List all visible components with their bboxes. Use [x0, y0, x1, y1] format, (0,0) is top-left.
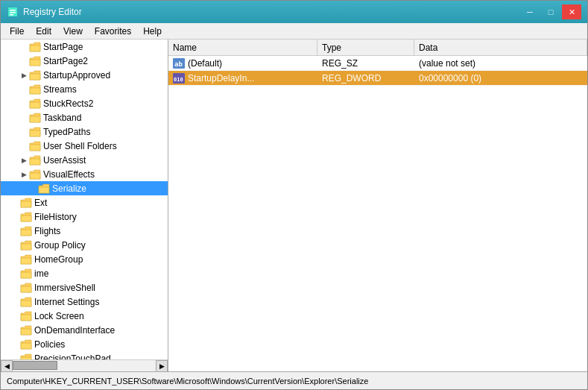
- tree-item-immersiveshell[interactable]: ▶ ImmersiveShell: [1, 280, 168, 295]
- tree-item-startpage[interactable]: ▶ StartPage: [1, 40, 168, 54]
- folder-icon-streams: [29, 84, 41, 95]
- hscroll-thumb[interactable]: [13, 361, 57, 370]
- tree-label-immersiveshell: ImmersiveShell: [34, 283, 95, 293]
- folder-icon-ime: [20, 268, 32, 279]
- tree-label-flights: Flights: [34, 226, 60, 236]
- window-title: Registry Editor: [23, 7, 82, 17]
- tree-hscroll[interactable]: ◀ ▶: [1, 359, 168, 371]
- col-header-name[interactable]: Name: [168, 40, 317, 55]
- tree-label-ext: Ext: [34, 198, 47, 208]
- tree-item-filehistory[interactable]: ▶ FileHistory: [1, 210, 168, 224]
- svg-rect-1: [10, 10, 16, 11]
- folder-icon-serialize: [38, 183, 50, 194]
- tree-label-precisiontouchpad: PrecisionTouchPad: [34, 353, 111, 360]
- tree-item-internetsettings[interactable]: ▶ Internet Settings: [1, 295, 168, 309]
- tree-item-lockscreen[interactable]: ▶ Lock Screen: [1, 309, 168, 323]
- expand-btn-userassist[interactable]: ▶: [19, 155, 29, 166]
- cell-name-startupdelay: 010 StartupDelayIn...: [168, 73, 317, 84]
- tree-item-serialize[interactable]: ▶ Serialize: [1, 181, 168, 195]
- table-body: ab (Default) REG_SZ (value not set): [168, 56, 587, 371]
- folder-icon-internetsettings: [20, 297, 32, 307]
- scroll-right-btn[interactable]: ▶: [156, 360, 168, 372]
- status-bar: Computer\HKEY_CURRENT_USER\Software\Micr…: [1, 371, 587, 389]
- tree-label-stuckrects2: StuckRects2: [43, 98, 93, 109]
- tree-label-startupapproved: StartupApproved: [43, 70, 110, 81]
- folder-icon-usershellfolders: [29, 141, 41, 151]
- reg-dword-icon: 010: [173, 73, 185, 84]
- table-row[interactable]: ab (Default) REG_SZ (value not set): [168, 56, 587, 71]
- folder-icon-immersiveshell: [20, 283, 32, 293]
- cell-type-startupdelay: REG_DWORD: [317, 73, 414, 84]
- folder-icon-precisiontouchpad: [20, 353, 32, 360]
- tree-item-userassist[interactable]: ▶ UserAssist: [1, 153, 168, 167]
- minimize-button[interactable]: ─: [520, 4, 540, 19]
- menu-favorites[interactable]: Favorites: [89, 25, 137, 38]
- tree-item-usershellfolders[interactable]: ▶ User Shell Folders: [1, 139, 168, 153]
- scroll-left-btn[interactable]: ◀: [1, 360, 13, 372]
- folder-icon-userassist: [29, 155, 41, 166]
- title-bar-left: Registry Editor: [7, 6, 82, 18]
- menu-help[interactable]: Help: [137, 25, 168, 38]
- tree-label-filehistory: FileHistory: [34, 212, 77, 222]
- tree-item-ondemandinterface[interactable]: ▶ OnDemandInterface: [1, 323, 168, 337]
- tree-item-startupapproved[interactable]: ▶ StartupApproved: [1, 68, 168, 82]
- tree-item-flights[interactable]: ▶ Flights: [1, 224, 168, 238]
- folder-icon-policies: [20, 339, 32, 350]
- folder-icon-stuckrects2: [29, 98, 41, 109]
- svg-text:010: 010: [174, 77, 183, 83]
- expand-btn-visualeffects[interactable]: ▶: [19, 169, 29, 180]
- maximize-button[interactable]: □: [541, 4, 560, 19]
- cell-data-startupdelay: 0x00000000 (0): [414, 73, 587, 84]
- cell-name-default: ab (Default): [168, 58, 317, 69]
- tree-item-taskband[interactable]: ▶ Taskband: [1, 110, 168, 125]
- tree-item-policies[interactable]: ▶ Policies: [1, 337, 168, 351]
- tree-label-userassist: UserAssist: [43, 155, 86, 166]
- folder-icon-flights: [20, 226, 32, 236]
- folder-icon-startupapproved: [29, 70, 41, 81]
- title-bar-buttons: ─ □ ✕: [520, 4, 581, 19]
- table-row[interactable]: 010 StartupDelayIn... REG_DWORD 0x000000…: [168, 71, 587, 86]
- hscroll-track: [13, 360, 156, 371]
- tree-label-policies: Policies: [34, 339, 65, 350]
- tree-item-startpage2[interactable]: ▶ StartPage2: [1, 54, 168, 68]
- registry-editor-window: Registry Editor ─ □ ✕ File Edit View Fav…: [0, 0, 588, 390]
- menu-file[interactable]: File: [4, 25, 30, 38]
- close-button[interactable]: ✕: [562, 4, 581, 19]
- tree-label-ime: ime: [34, 268, 48, 279]
- table-header: Name Type Data: [168, 40, 587, 56]
- folder-icon-visualeffects: [29, 169, 41, 180]
- registry-icon: [7, 6, 19, 18]
- value-name-startupdelay: StartupDelayIn...: [188, 73, 254, 84]
- tree-item-precisiontouchpad[interactable]: ▶ PrecisionTouchPad: [1, 351, 168, 359]
- tree-item-stuckrects2[interactable]: ▶ StuckRects2: [1, 96, 168, 110]
- folder-icon-filehistory: [20, 212, 32, 222]
- tree-label-homegroup: HomeGroup: [34, 254, 83, 265]
- menu-view[interactable]: View: [57, 25, 89, 38]
- tree-item-ext[interactable]: ▶ Ext: [1, 195, 168, 210]
- reg-sz-icon: ab: [173, 58, 185, 69]
- tree-item-visualeffects[interactable]: ▶ VisualEffects: [1, 167, 168, 181]
- tree-item-typedpaths[interactable]: ▶ TypedPaths: [1, 125, 168, 139]
- svg-rect-2: [10, 12, 16, 13]
- status-path: Computer\HKEY_CURRENT_USER\Software\Micr…: [7, 377, 368, 386]
- tree-label-lockscreen: Lock Screen: [34, 311, 84, 321]
- cell-type-default: REG_SZ: [317, 58, 414, 69]
- value-name-default: (Default): [188, 58, 222, 69]
- tree-item-streams[interactable]: ▶ Streams: [1, 82, 168, 96]
- menu-edit[interactable]: Edit: [30, 25, 57, 38]
- tree-label-typedpaths: TypedPaths: [43, 127, 90, 137]
- folder-icon-lockscreen: [20, 311, 32, 321]
- tree-item-grouppolicy[interactable]: ▶ Group Policy: [1, 238, 168, 252]
- tree-scroll[interactable]: ▶ StartPage ▶ StartPage2 ▶: [1, 40, 168, 359]
- folder-icon-startpage: [29, 42, 41, 52]
- svg-rect-3: [10, 14, 13, 16]
- tree-item-ime[interactable]: ▶ ime: [1, 266, 168, 280]
- folder-icon-startpage2: [29, 56, 41, 66]
- tree-item-homegroup[interactable]: ▶ HomeGroup: [1, 252, 168, 266]
- tree-label-internetsettings: Internet Settings: [34, 297, 99, 307]
- col-name-label: Name: [173, 43, 197, 53]
- expand-btn-startupapproved[interactable]: ▶: [19, 70, 29, 81]
- col-header-data[interactable]: Data: [414, 40, 587, 55]
- col-header-type[interactable]: Type: [317, 40, 414, 55]
- tree-label-ondemandinterface: OnDemandInterface: [34, 325, 115, 336]
